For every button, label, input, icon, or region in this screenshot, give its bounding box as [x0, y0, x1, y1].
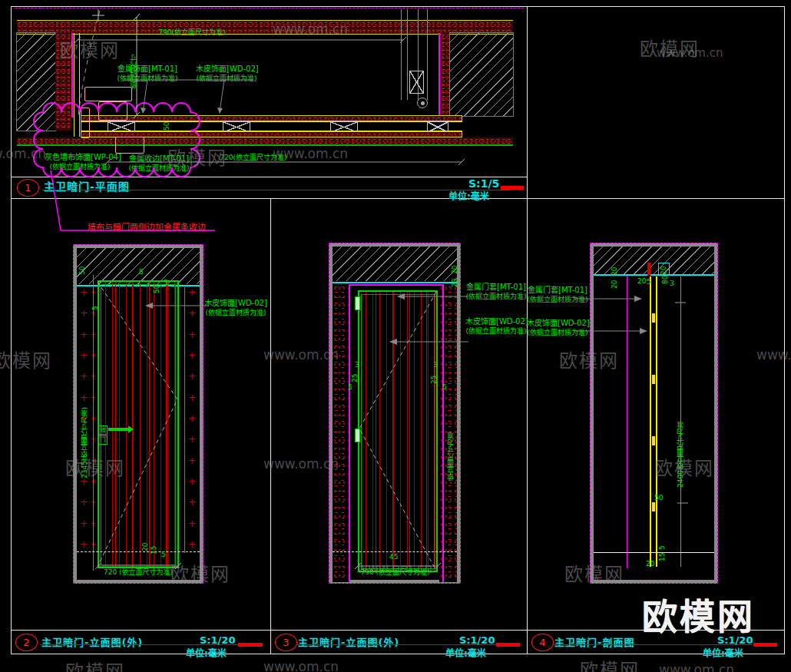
plan-scale-mark: [501, 186, 524, 190]
drawing-line: + +: [186, 540, 200, 549]
drawing-line: (依据立面材质为准): [527, 329, 588, 337]
section-dim-20a: 20: [611, 264, 618, 276]
swing-arrow: [108, 428, 128, 431]
plan-dim-790: 790(依立面尺寸为准): [138, 29, 246, 36]
section-dim-3: 3: [670, 280, 674, 287]
plan-frame-profile-line: [427, 9, 428, 100]
elevation-b-title: 主卫暗门-立面图(外): [298, 634, 399, 649]
drawing-line: + +: [186, 309, 200, 318]
section-scale-mark: [753, 643, 777, 647]
drawing-line: + +: [78, 351, 94, 360]
drawing-line: + +: [186, 351, 200, 360]
section-door-block: [652, 313, 655, 323]
hinge: [355, 429, 360, 442]
cad-sheet: { "brand": {"logo": "欧模网", "url": "www.o…: [0, 0, 791, 672]
plan-label-metal-finish: 金属饰面[MT-01] (依据立面材质为准): [117, 65, 178, 83]
plan-view-panel: 790(依立面尺寸为准) 720(依立面尺寸为准) 依现场尺寸 50 金属饰面[…: [0, 0, 527, 177]
watermark-logo: 欧模网: [170, 559, 230, 586]
drawing-line: + +: [186, 393, 200, 402]
drawing-line: (依据立面材质为准): [527, 296, 588, 304]
elevation-a-dim-8: 8: [139, 269, 144, 276]
plan-right-wall-finish: [441, 33, 450, 116]
elevation-b-dim-3l: 3: [355, 362, 359, 369]
section-dim-50: 50: [654, 495, 663, 502]
plan-title-underline: [42, 190, 511, 190]
watermark-url: www.om.cn: [657, 46, 723, 60]
drawing-line: + +: [186, 435, 200, 444]
plan-bottom-wall-band: [17, 137, 513, 146]
section-dim-80: 80: [662, 273, 669, 284]
elevation-a-unit: 单位:毫米: [186, 646, 227, 659]
elevation-a-label-wood: 木皮饰面[WD-02] (依据立面材质为准): [203, 299, 269, 317]
plan-label-wallcloth-finish: 灰色墙布饰面[WP-04] (依据立面材质为准): [45, 153, 115, 171]
drawing-line: + +: [78, 309, 94, 318]
elevation-a-scale: S:1/20: [200, 634, 235, 646]
elevation-b-dim-25l: 25: [352, 370, 359, 382]
drawing-line: + +: [78, 288, 94, 297]
elevation-b-scale-mark: [496, 643, 520, 647]
elevation-b-ceiling-line: [333, 282, 457, 283]
plan-number-circle: 1: [17, 179, 39, 197]
watermark-url: www.om.cn: [273, 146, 348, 161]
watermark-logo: 欧模网: [559, 346, 619, 372]
plan-title: 主卫暗门-平面图: [44, 178, 130, 194]
plan-titlebar: 1 主卫暗门-平面图 S:1/5 单位:毫米: [11, 177, 527, 198]
section-door-block: [652, 502, 655, 511]
watermark-logo: 欧模网: [60, 35, 120, 62]
drawing-line: + +: [186, 288, 200, 297]
watermark-logo: 欧模网: [167, 143, 227, 170]
drawing-line: (依据立面材质为准): [465, 293, 527, 301]
elevation-a-scale-mark: [238, 643, 263, 647]
section-dim-20b: 20: [611, 277, 618, 289]
elevation-b-dim-45: 45: [389, 554, 398, 561]
section-dim-5: 5: [647, 279, 651, 286]
drawing-line: (依据立面材质为准): [117, 74, 178, 83]
elevation-a-note: 墙布与暗门两侧边加金属条收边: [88, 220, 206, 233]
drawing-line: + +: [186, 456, 200, 465]
watermark-url: www.om.cn: [263, 456, 339, 472]
drawing-line: 灰色墙布饰面[WP-04]: [45, 153, 115, 163]
elevation-a-dim-20: 20: [142, 539, 149, 551]
drawing-line: + +: [186, 519, 200, 528]
drawing-line: (依据立面材质为准): [465, 327, 527, 336]
elevation-a-titlebar: 2 主卫暗门-立面图(外) S:1/20 单位:毫米: [11, 630, 270, 654]
drawing-line: + +: [186, 414, 200, 423]
elevation-b-unit: 单位:毫米: [445, 646, 486, 659]
drawing-line: + +: [78, 498, 94, 507]
plan-frame-profile-line: [407, 9, 408, 100]
section-number-circle: 4: [531, 634, 554, 651]
watermark-url: www.om.cn: [0, 146, 46, 161]
drawing-line: 木皮饰面[WD-02]: [196, 65, 257, 74]
drawing-line: + +: [78, 519, 94, 528]
section-label-frame: 金属门套[MT-01] (依据立面材质为准): [527, 286, 588, 304]
drawing-line: + +: [78, 540, 94, 549]
drawing-line: 金属门套[MT-01]: [527, 286, 588, 296]
swing-glyph-b: 门: [98, 435, 108, 445]
elevation-a-wallpaper-right: + ++ ++ ++ ++ ++ ++ ++ ++ ++ ++ ++ ++ +: [186, 288, 200, 549]
section-unit: 单位:毫米: [703, 646, 743, 659]
elevation-b-number-circle: 3: [275, 634, 297, 651]
elevation-b-door-inner-line: [361, 294, 435, 569]
watermark-url: www.om.cn: [263, 347, 339, 362]
watermark-logo: 欧模网: [580, 655, 640, 672]
elevation-a-title: 主卫暗门-立面图(外): [41, 634, 143, 649]
elevation-a-wall-above: [77, 248, 200, 284]
section-door-block: [652, 375, 655, 384]
section-door-block: [652, 436, 655, 445]
section-head-detail-red: [647, 263, 650, 276]
elevation-b-scale: S:1/20: [459, 634, 495, 646]
elevation-b-dim-5r: 5: [442, 384, 447, 391]
plan-jamb-profile-highlight: [115, 137, 144, 154]
watermark-url: www.om.cn: [273, 22, 348, 37]
elevation-b-dim-5l: 5: [348, 384, 352, 391]
section-dim-20c: 20: [637, 278, 646, 285]
plan-jamb-profile-highlight: [81, 108, 90, 138]
watermark-url: www.om.cn: [659, 662, 734, 672]
drawing-line: (依据立面材质为准): [203, 309, 269, 317]
elevation-b-floor-line: [333, 551, 457, 552]
watermark-url: www.om.cn: [357, 561, 432, 576]
plan-hinge-pin: [421, 101, 425, 105]
plan-right-jamb-magenta-line: [439, 33, 440, 116]
plan-door-top-strip: [81, 115, 462, 121]
plan-door-core: [81, 121, 462, 131]
